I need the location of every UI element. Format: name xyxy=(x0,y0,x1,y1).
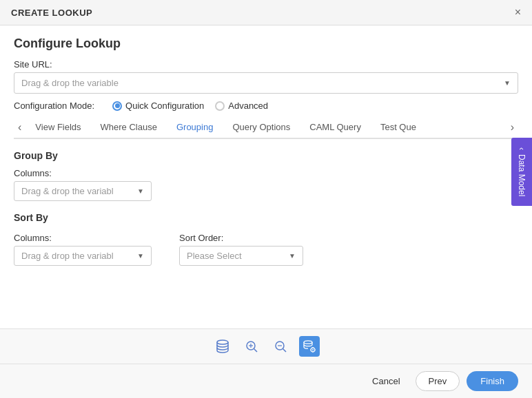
tabs-list: View Fields Where Clause Grouping Query … xyxy=(25,116,506,138)
sort-order-field: Sort Order: Please Select ▼ xyxy=(179,233,303,266)
group-by-title: Group By xyxy=(14,150,518,161)
modal-header: CREATE LOOKUP × xyxy=(0,0,532,25)
sort-columns-field: Columns: Drag & drop the variabl ▼ xyxy=(14,233,152,266)
svg-line-6 xyxy=(283,349,287,353)
finish-button[interactable]: Finish xyxy=(467,371,518,391)
settings-search-toolbar-icon[interactable] xyxy=(241,336,262,357)
tab-grouping[interactable]: Grouping xyxy=(167,116,223,138)
modal-overlay: CREATE LOOKUP × Configure Lookup Site UR… xyxy=(0,0,532,398)
site-url-placeholder: Drag & drop the variable xyxy=(21,78,119,88)
site-url-label: Site URL: xyxy=(14,59,518,70)
close-button[interactable]: × xyxy=(515,7,521,18)
tabs-container: ‹ View Fields Where Clause Grouping Quer… xyxy=(14,116,518,139)
tab-test-que[interactable]: Test Que xyxy=(371,116,426,138)
prev-button[interactable]: Prev xyxy=(416,371,460,391)
svg-point-8 xyxy=(304,341,312,344)
sort-columns-dropdown[interactable]: Drag & drop the variabl ▼ xyxy=(14,246,152,266)
advanced-radio[interactable]: Advanced xyxy=(215,101,268,111)
zoom-out-toolbar-icon[interactable] xyxy=(270,336,291,357)
sort-order-arrow-icon: ▼ xyxy=(289,252,296,260)
toolbar xyxy=(0,328,532,364)
data-model-label: Data Model xyxy=(517,154,526,196)
modal-body: Configure Lookup Site URL: Drag & drop t… xyxy=(0,25,532,328)
advanced-circle xyxy=(215,101,225,111)
quick-config-radio[interactable]: Quick Configuration xyxy=(112,101,204,111)
modal-title: CREATE LOOKUP xyxy=(11,8,92,18)
config-mode-row: Configuration Mode: Quick Configuration … xyxy=(14,101,518,111)
tab-view-fields[interactable]: View Fields xyxy=(25,116,90,138)
sort-columns-label: Columns: xyxy=(14,233,152,243)
sort-order-dropdown[interactable]: Please Select ▼ xyxy=(179,246,303,266)
footer-area: Cancel Prev Finish xyxy=(0,328,532,398)
settings-toolbar-icon[interactable] xyxy=(299,336,320,357)
sort-columns-placeholder: Drag & drop the variabl xyxy=(21,251,114,261)
site-url-arrow-icon: ▼ xyxy=(504,79,511,87)
data-model-chevron-icon: ‹ xyxy=(517,147,526,150)
svg-point-0 xyxy=(217,340,228,344)
radio-group: Quick Configuration Advanced xyxy=(112,101,268,111)
advanced-label: Advanced xyxy=(228,101,268,111)
svg-point-10 xyxy=(312,349,314,350)
tab-where-clause[interactable]: Where Clause xyxy=(91,116,167,138)
group-by-arrow-icon: ▼ xyxy=(137,187,144,195)
cancel-button[interactable]: Cancel xyxy=(364,372,408,390)
site-url-dropdown[interactable]: Drag & drop the variable ▼ xyxy=(14,72,518,94)
tab-caml-query[interactable]: CAML Query xyxy=(300,116,371,138)
sort-by-row: Columns: Drag & drop the variabl ▼ Sort … xyxy=(14,233,518,266)
tabs-prev-button[interactable]: ‹ xyxy=(14,118,25,136)
page-title: Configure Lookup xyxy=(14,36,518,51)
data-model-tab[interactable]: ‹ Data Model xyxy=(511,138,532,206)
group-by-columns-placeholder: Drag & drop the variabl xyxy=(21,186,114,196)
quick-config-label: Quick Configuration xyxy=(125,101,204,111)
footer-actions: Cancel Prev Finish xyxy=(0,364,532,398)
sort-by-title: Sort By xyxy=(14,212,518,223)
config-mode-label: Configuration Mode: xyxy=(14,101,94,111)
group-by-columns-dropdown[interactable]: Drag & drop the variabl ▼ xyxy=(14,181,152,201)
tabs-next-button[interactable]: › xyxy=(507,118,518,136)
tab-query-options[interactable]: Query Options xyxy=(223,116,300,138)
sort-order-label: Sort Order: xyxy=(179,233,303,243)
database-toolbar-icon[interactable] xyxy=(212,336,233,357)
sort-order-placeholder: Please Select xyxy=(187,251,242,261)
quick-config-circle xyxy=(112,101,122,111)
group-by-columns-label: Columns: xyxy=(14,168,518,178)
modal: CREATE LOOKUP × Configure Lookup Site UR… xyxy=(0,0,532,398)
sort-columns-arrow-icon: ▼ xyxy=(137,252,144,260)
svg-line-2 xyxy=(254,349,258,353)
